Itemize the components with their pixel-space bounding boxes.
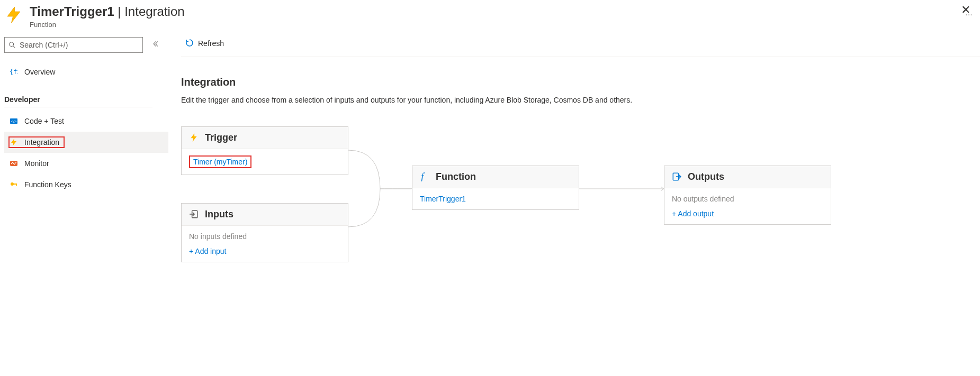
search-input[interactable] bbox=[4, 37, 143, 53]
nav-item-function-keys[interactable]: Function Keys bbox=[4, 174, 168, 195]
page-header: TimerTrigger1 | Integration Function … ✕ bbox=[0, 0, 980, 31]
lightning-icon bbox=[4, 5, 23, 24]
code-icon: </> bbox=[10, 117, 18, 125]
collapse-sidebar-button[interactable] bbox=[147, 41, 164, 49]
nav-label: Integration bbox=[24, 138, 59, 146]
trigger-link[interactable]: Timer (myTimer) bbox=[193, 158, 247, 166]
card-title: Trigger bbox=[205, 132, 237, 143]
key-icon bbox=[10, 180, 18, 189]
toolbar: Refresh bbox=[181, 34, 980, 57]
page-title-name: TimerTrigger1 bbox=[30, 4, 114, 19]
connector-function-outputs bbox=[579, 185, 664, 195]
search-icon bbox=[8, 41, 16, 49]
trigger-item-highlight: Timer (myTimer) bbox=[189, 155, 251, 168]
input-arrow-icon bbox=[189, 209, 199, 219]
refresh-icon bbox=[185, 39, 194, 49]
card-title: Inputs bbox=[205, 209, 233, 220]
svg-line-1 bbox=[13, 46, 15, 48]
card-title: Function bbox=[436, 171, 476, 182]
main-content: Refresh Integration Edit the trigger and… bbox=[168, 31, 980, 306]
function-braces-icon: {fx} bbox=[10, 68, 18, 76]
function-card: f Function TimerTrigger1 bbox=[412, 166, 579, 210]
monitor-icon bbox=[10, 159, 18, 168]
svg-text:f: f bbox=[421, 172, 425, 181]
nav-section-developer: Developer bbox=[4, 82, 152, 107]
svg-point-0 bbox=[10, 42, 14, 47]
page-title-section: | Integration bbox=[114, 4, 185, 19]
nav-item-code-test[interactable]: </> Code + Test bbox=[4, 111, 168, 132]
add-input-link[interactable]: + Add input bbox=[189, 247, 340, 255]
nav-item-overview[interactable]: {fx} Overview bbox=[4, 61, 168, 82]
function-link[interactable]: TimerTrigger1 bbox=[420, 195, 466, 203]
inputs-empty: No inputs defined bbox=[189, 232, 247, 241]
add-output-link[interactable]: + Add output bbox=[672, 209, 823, 218]
page-subtitle: Function bbox=[30, 21, 954, 29]
section-title: Integration bbox=[181, 76, 980, 88]
nav-label: Overview bbox=[24, 68, 55, 76]
svg-text:{fx}: {fx} bbox=[10, 68, 18, 76]
outputs-empty: No outputs defined bbox=[672, 195, 734, 203]
function-f-icon: f bbox=[420, 172, 429, 181]
trigger-card: Trigger Timer (myTimer) bbox=[181, 126, 348, 175]
refresh-button[interactable]: Refresh bbox=[181, 36, 228, 51]
lightning-small-icon bbox=[189, 133, 199, 142]
inputs-card: Inputs No inputs defined + Add input bbox=[181, 203, 348, 262]
integration-diagram: Trigger Timer (myTimer) Inputs No i bbox=[181, 126, 980, 306]
page-title: TimerTrigger1 | Integration bbox=[30, 4, 954, 20]
lightning-small-icon bbox=[10, 138, 18, 146]
search-input-wrap bbox=[4, 37, 143, 53]
close-button[interactable]: ✕ bbox=[961, 3, 970, 17]
svg-rect-8 bbox=[16, 184, 17, 186]
sidebar: {fx} Overview Developer </> Code + Test … bbox=[0, 31, 168, 306]
output-arrow-icon bbox=[672, 172, 681, 181]
nav-label: Monitor bbox=[24, 159, 49, 168]
connector-inputs-function bbox=[348, 179, 412, 243]
outputs-card: Outputs No outputs defined + Add output bbox=[664, 166, 831, 225]
nav-label: Function Keys bbox=[24, 180, 71, 189]
svg-text:</>: </> bbox=[11, 120, 16, 123]
nav-label: Code + Test bbox=[24, 117, 64, 125]
nav-item-integration[interactable]: Integration bbox=[4, 132, 168, 153]
refresh-label: Refresh bbox=[198, 39, 224, 48]
nav-item-monitor[interactable]: Monitor bbox=[4, 153, 168, 174]
section-description: Edit the trigger and choose from a selec… bbox=[181, 96, 980, 104]
card-title: Outputs bbox=[688, 171, 724, 182]
